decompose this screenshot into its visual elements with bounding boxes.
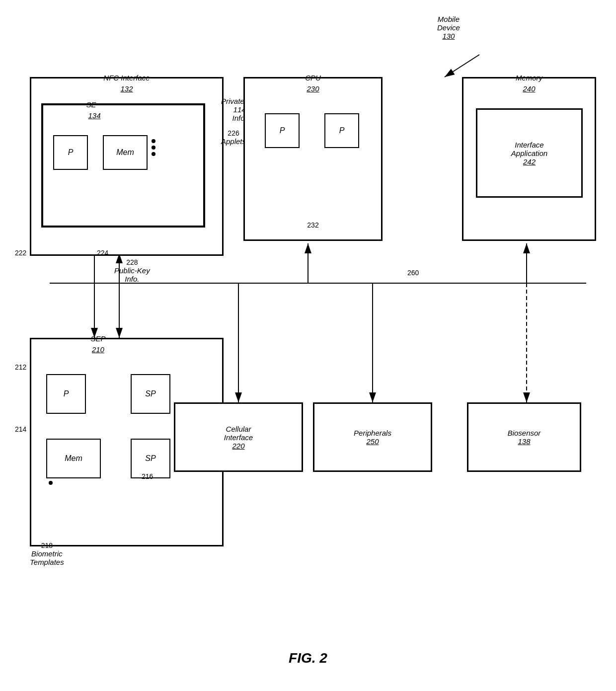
ref-212: 212 <box>15 363 26 372</box>
sep-mem-box: Mem <box>46 439 101 478</box>
biometric-dot <box>49 481 53 485</box>
sep-label: SEP <box>90 334 105 343</box>
nfc-p-box: P <box>53 135 88 170</box>
se-label: SE <box>86 100 96 109</box>
sep-number: 210 <box>92 345 104 354</box>
interface-app-box: Interface Application 242 <box>476 108 583 198</box>
cellular-box: Cellular Interface 220 <box>174 402 303 472</box>
mobile-device-label: Mobile Device 130 <box>437 15 460 40</box>
sep-p-box: P <box>46 374 86 414</box>
memory-box: Memory 240 Interface Application 242 <box>462 77 596 241</box>
ref-224: 224 <box>97 248 108 257</box>
se-number: 134 <box>88 111 101 120</box>
nfc-mem-box: Mem <box>103 135 148 170</box>
nfc-interface-label: NFC Interface <box>103 74 150 82</box>
ref-216: 216 <box>142 472 153 481</box>
nfc-interface-box: NFC Interface 132 SE 134 P Mem <box>30 77 224 256</box>
memory-number: 240 <box>523 84 535 93</box>
biosensor-box: Biosensor 138 <box>467 402 581 472</box>
svg-line-2 <box>445 55 479 77</box>
se-box: SE 134 P Mem <box>41 103 205 228</box>
applets-dots <box>152 139 155 156</box>
figure-label: FIG. 2 <box>289 650 327 666</box>
biometric-label: 218 Biometric Templates <box>30 541 64 566</box>
ref-214: 214 <box>15 425 26 434</box>
cpu-label: CPU <box>305 74 321 82</box>
cpu-box: CPU 230 P P 232 <box>243 77 383 241</box>
cpu-number: 230 <box>307 84 319 93</box>
memory-label: Memory <box>516 74 542 82</box>
pubkey-label: 228 Public-Key Info. <box>114 258 150 283</box>
applets-label: 226 Applets <box>221 129 246 146</box>
ref-222: 222 <box>15 248 26 257</box>
cpu-ref232: 232 <box>307 221 318 230</box>
nfc-interface-number: 132 <box>120 84 133 93</box>
sep-sp1-box: SP <box>131 374 170 414</box>
peripherals-box: Peripherals 250 <box>313 402 432 472</box>
cpu-p2-box: P <box>324 113 359 148</box>
ref-260: 260 <box>407 268 419 277</box>
cpu-p1-box: P <box>265 113 300 148</box>
